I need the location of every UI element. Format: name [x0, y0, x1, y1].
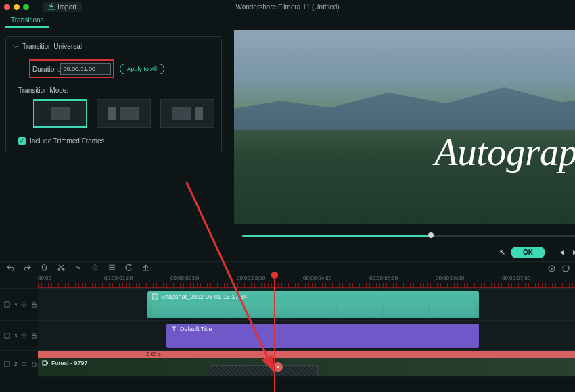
eye-icon[interactable]	[21, 361, 27, 367]
redo-icon[interactable]	[24, 264, 31, 271]
mode-prefix[interactable]	[97, 99, 151, 128]
timer-icon[interactable]	[91, 264, 99, 271]
duration-label: Duration:	[32, 66, 60, 73]
refresh-icon[interactable]	[125, 264, 133, 271]
shield-icon[interactable]	[562, 265, 570, 272]
undo-icon[interactable]	[7, 264, 14, 271]
ruler-tick: 00:00:04:00	[303, 275, 331, 281]
tab-transitions[interactable]: Transitions	[5, 14, 49, 28]
eye-icon[interactable]	[21, 301, 27, 308]
square-icon[interactable]	[4, 301, 10, 308]
transition-region[interactable]	[210, 365, 318, 376]
playhead[interactable]	[274, 273, 275, 392]
duration-input[interactable]	[60, 63, 111, 75]
window-controls[interactable]	[4, 4, 29, 10]
timeline-ruler[interactable]: 00:0000:00:01:0000:00:02:0000:00:03:0000…	[38, 273, 575, 288]
clip-snapshot-label: Snapshot_2022-08-01-15.17.34	[161, 293, 247, 300]
ruler-tick: 00:00:02:00	[170, 275, 199, 281]
check-icon: ✓	[20, 138, 24, 144]
mode-overlap[interactable]	[33, 99, 87, 128]
text-icon	[170, 326, 177, 333]
include-trimmed-label: Include Trimmed Frames	[30, 137, 105, 145]
trash-icon[interactable]	[41, 264, 48, 271]
svg-point-14	[24, 364, 25, 365]
track-head-3: 3	[0, 321, 38, 350]
export-icon[interactable]	[142, 264, 150, 271]
svg-rect-12	[32, 336, 36, 339]
preview-overlay-text: Autograph	[434, 130, 575, 174]
svg-rect-10	[5, 333, 9, 338]
ruler-tick: 00:00:06:00	[436, 275, 464, 281]
eye-icon[interactable]	[21, 333, 27, 339]
ruler-tick: 00:00:01:00	[104, 275, 133, 281]
transition-panel: Transition Universal Duration: Apply to …	[5, 36, 222, 153]
menu-icon[interactable]	[108, 264, 116, 271]
clip-snapshot[interactable]: Snapshot_2022-08-01-15.17.34	[147, 291, 479, 318]
svg-rect-5	[5, 302, 9, 307]
clip-duration-text: 2.00 s	[146, 351, 161, 357]
preview-viewport[interactable]: Autograph	[234, 30, 575, 224]
ruler-tick: 00:00:03:00	[237, 275, 265, 281]
maximize-window[interactable]	[23, 4, 29, 10]
lock-icon[interactable]	[31, 333, 37, 339]
ruler-tick: 00:00	[38, 275, 51, 281]
apply-to-all-button[interactable]: Apply to All	[120, 64, 165, 74]
ok-button[interactable]: OK	[511, 247, 545, 258]
track-head-4: 4	[0, 289, 38, 320]
prev-icon[interactable]	[559, 249, 566, 256]
panel-title: Transition Universal	[22, 43, 82, 50]
cut-icon[interactable]	[58, 264, 65, 271]
track-head-2: 2	[0, 351, 38, 377]
clip-duration-bar: 2.00 s	[38, 351, 575, 358]
lock-icon[interactable]	[31, 361, 37, 367]
transition-mode-label: Transition Mode:	[18, 87, 214, 94]
import-label: Import	[58, 3, 76, 11]
play-circle-icon[interactable]	[548, 265, 555, 272]
import-button[interactable]: Import	[43, 2, 82, 12]
link-icon[interactable]	[74, 264, 82, 271]
svg-rect-13	[5, 362, 9, 366]
svg-rect-15	[32, 364, 36, 367]
ruler-tick: 00:00:07:00	[502, 275, 530, 281]
svg-point-11	[24, 335, 25, 337]
clip-default-title[interactable]: Default Title	[166, 324, 479, 348]
minimize-window[interactable]	[14, 4, 20, 10]
svg-rect-16	[43, 361, 47, 365]
chevron-down-icon[interactable]	[13, 44, 18, 49]
step-icon[interactable]	[572, 249, 575, 256]
close-window[interactable]	[4, 4, 10, 10]
import-icon	[48, 3, 55, 10]
clip-forest-label: Forest - 9797	[51, 360, 88, 366]
preview-progress[interactable]	[242, 235, 575, 237]
cursor-icon: ↖	[499, 248, 505, 257]
square-icon[interactable]	[4, 361, 10, 367]
image-icon	[152, 293, 158, 300]
track-num-2: 2	[14, 361, 17, 367]
lock-icon[interactable]	[31, 301, 37, 308]
svg-point-9	[154, 295, 155, 297]
video-icon	[42, 360, 49, 366]
clip-title-label: Default Title	[180, 326, 212, 333]
ruler-tick: 00:00:05:00	[369, 275, 398, 281]
mode-postfix[interactable]	[160, 99, 214, 128]
app-title: Wondershare Filmora 11 (Untitled)	[235, 3, 339, 11]
track-num-3: 3	[14, 333, 17, 339]
close-icon: ×	[276, 364, 279, 370]
square-icon[interactable]	[4, 333, 10, 339]
track-num-4: 4	[14, 301, 17, 308]
svg-rect-7	[32, 305, 36, 308]
clip-forest[interactable]: Forest - 9797 ×	[38, 358, 575, 376]
svg-point-6	[24, 304, 25, 305]
include-trimmed-checkbox[interactable]: ✓	[18, 137, 26, 145]
